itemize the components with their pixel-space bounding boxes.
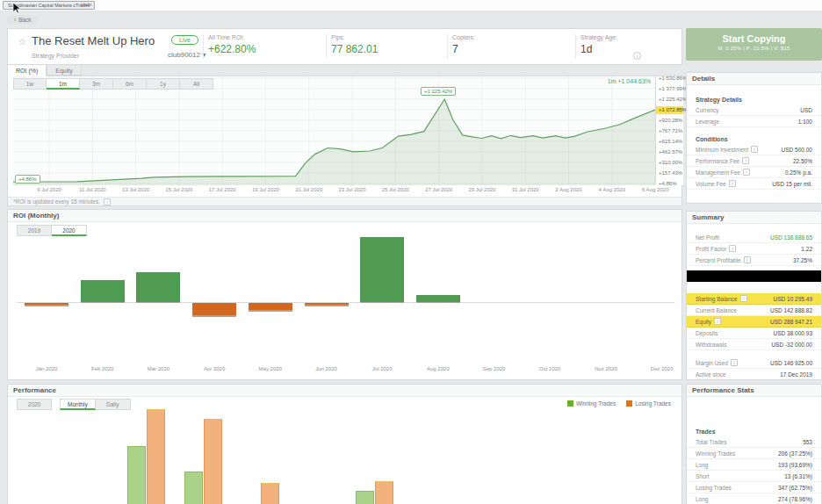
x-tick: 2 Aug 2020 — [547, 187, 591, 192]
row-label: Deposits — [696, 330, 717, 336]
details-body: Strategy DetailsCurrencyUSDLeverage1:100… — [687, 85, 821, 203]
row-label: Margin Usedi — [696, 359, 738, 366]
info-icon[interactable]: i — [729, 245, 736, 252]
winning-trades-bar[interactable] — [356, 491, 374, 504]
monthly-bar-feb[interactable] — [81, 280, 125, 302]
monthly-bar-jul[interactable] — [360, 237, 404, 302]
header-stat: Copiers:7 — [452, 34, 475, 55]
range-all[interactable]: All — [180, 78, 213, 90]
performance-stats-body: TradesTotal Trades553Winning Trades206 (… — [687, 397, 821, 504]
section-title: Strategy Details — [687, 97, 821, 103]
x-tick: 13 Jul 2020 — [114, 187, 158, 192]
divider — [447, 34, 448, 59]
account-dropdown[interactable]: club90012 ▾ — [168, 51, 206, 59]
row-value: USD -32 000.00 — [771, 342, 812, 348]
details-title: Details — [687, 73, 821, 85]
range-3m[interactable]: 3m — [80, 78, 113, 90]
year-tabs: 20192020 — [17, 225, 87, 236]
roi-footnote: *ROI is updated every 15 minutes. i — [8, 197, 681, 205]
strategy-header: ☆ The Reset Melt Up Hero Strategy Provid… — [7, 28, 682, 65]
info-icon[interactable]: i — [731, 359, 738, 366]
info-row: Net ProfitUSD 138 888.65 — [687, 232, 821, 243]
year-2020[interactable]: 2020 — [52, 225, 87, 236]
app-root: Scandinavian Capital Markets cTrader Hel… — [0, 0, 822, 504]
legend-label: Losing Trades — [635, 400, 671, 407]
summary-panel: Summary Net ProfitUSD 138 888.65Profit F… — [686, 211, 822, 380]
info-icon[interactable]: i — [104, 198, 111, 205]
info-row: CurrencyUSD — [687, 104, 821, 116]
losing-trades-bar[interactable] — [204, 419, 222, 504]
row-label: Currency — [696, 107, 718, 113]
favorite-star-icon[interactable]: ☆ — [18, 37, 26, 47]
row-value: USD 288 947.21 — [770, 319, 812, 325]
performance-bar-chart[interactable] — [8, 409, 681, 504]
perf-monthly[interactable]: Monthly — [60, 399, 96, 410]
peak-value-tooltip: +1 225.42% — [421, 87, 456, 96]
monthly-bar-may[interactable] — [249, 303, 292, 310]
winning-trades-bar[interactable] — [184, 472, 203, 504]
help-menu[interactable]: Help — [81, 2, 91, 7]
info-icon[interactable]: i — [743, 169, 750, 176]
x-tick: 19 Jul 2020 — [243, 187, 287, 192]
perf-daily[interactable]: Daily — [96, 399, 131, 410]
row-label: Leverage — [696, 119, 719, 125]
row-label: Equityi — [696, 318, 721, 325]
divider — [575, 34, 576, 59]
x-tick: 23 Jul 2020 — [330, 187, 374, 192]
info-icon[interactable]: i — [742, 157, 749, 164]
y-tick: +157.43% — [656, 169, 683, 177]
tab-roi[interactable]: ROI (%) — [7, 64, 47, 76]
monthly-roi-bar-chart[interactable] — [17, 236, 674, 364]
info-row: Minimum InvestmentiUSD 500.00 — [687, 144, 821, 155]
x-tick: 17 Jul 2020 — [200, 187, 244, 192]
stat-label: Pips: — [331, 34, 378, 40]
losing-trades-bar[interactable] — [147, 409, 165, 504]
row-label: Active since — [696, 371, 726, 378]
monthly-bar-apr[interactable] — [192, 303, 236, 315]
info-icon[interactable]: i — [633, 52, 641, 60]
monthly-roi-title: ROI (Monthly) — [8, 210, 681, 222]
row-label: Winning Trades — [696, 450, 735, 457]
info-row: Performance Feei22.50% — [687, 155, 821, 167]
row-value: 1.22 — [801, 246, 812, 252]
monthly-bar-jan[interactable] — [25, 303, 68, 305]
row-label: Short — [696, 473, 710, 479]
back-button[interactable]: ‹ Back — [7, 15, 39, 25]
row-value: USD 142 888.82 — [770, 307, 812, 313]
stat-label: Strategy Age: — [580, 34, 617, 40]
range-1w[interactable]: 1w — [13, 78, 47, 90]
stat-value: +622.80% — [208, 43, 256, 55]
strategy-title: The Reset Melt Up Hero — [32, 34, 155, 47]
stat-value: 7 — [452, 43, 475, 55]
start-copying-button[interactable]: Start Copying M: 0.25% | P: 22.5% | V: $… — [686, 28, 822, 61]
y-tick: +1 225.42% — [656, 96, 683, 104]
row-label: Performance Feei — [696, 157, 749, 164]
window-titlebar: Scandinavian Capital Markets cTrader Hel… — [0, 0, 822, 11]
performance-stats-title: Performance Stats — [687, 385, 821, 397]
winning-trades-bar[interactable] — [127, 446, 146, 504]
monthly-bar-aug[interactable] — [416, 295, 460, 302]
info-icon[interactable]: i — [729, 180, 736, 187]
range-6m[interactable]: 6m — [113, 78, 147, 90]
tab-equity[interactable]: Equity — [47, 64, 81, 76]
monthly-bar-jun[interactable] — [305, 303, 349, 305]
row-value: 1:100 — [798, 119, 812, 125]
losing-trades-bar[interactable] — [375, 481, 393, 504]
x-tick: 29 Jul 2020 — [460, 187, 504, 192]
info-icon[interactable]: i — [740, 295, 747, 302]
row-label: Losing Trades — [696, 485, 732, 491]
row-label: Withdrawals — [696, 342, 726, 348]
perf-2020[interactable]: 2020 — [17, 399, 52, 410]
losing-trades-bar[interactable] — [261, 483, 279, 504]
info-icon[interactable]: i — [744, 256, 751, 263]
monthly-x-axis: Jan 2020Feb 2020Mar 2020Apr 2020May 2020… — [17, 366, 674, 375]
roi-area-chart[interactable]: 1w1m3m6m1yAll 1m +1 044.63% +4.86% +1 22… — [13, 76, 655, 185]
range-1y[interactable]: 1y — [147, 78, 180, 90]
spacer — [687, 286, 821, 293]
info-icon[interactable]: i — [751, 146, 758, 153]
month-label: Apr 2020 — [186, 366, 242, 371]
year-2019[interactable]: 2019 — [17, 225, 52, 236]
range-1m[interactable]: 1m — [47, 78, 80, 90]
info-icon[interactable]: i — [714, 318, 721, 325]
monthly-bar-mar[interactable] — [136, 272, 180, 302]
